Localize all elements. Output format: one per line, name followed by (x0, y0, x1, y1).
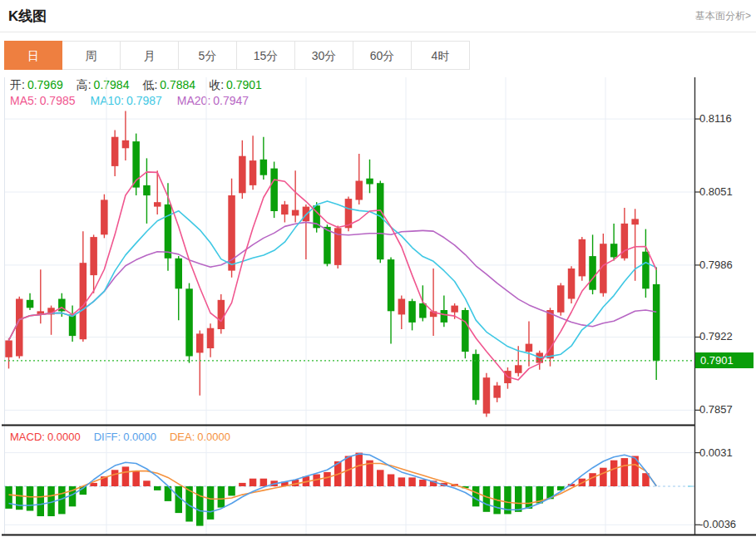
macd-bar (472, 486, 480, 506)
candle-body (90, 237, 97, 275)
candle-body (483, 377, 491, 413)
kline-chart-canvas[interactable] (0, 75, 756, 537)
candle-body (292, 210, 299, 216)
candle-body (80, 263, 87, 339)
macd-bar (207, 486, 214, 520)
candle-body (419, 303, 426, 318)
macd-axis-label: -0.0036 (699, 518, 736, 531)
candle-body (515, 365, 522, 373)
price-axis-label: 0.7986 (699, 259, 733, 272)
candle-body (653, 284, 660, 361)
interval-tab-60min[interactable]: 60分 (353, 41, 412, 70)
macd-bar (377, 470, 384, 486)
macd-bar (324, 472, 331, 486)
candle-body (175, 259, 183, 289)
macd-bar (218, 486, 225, 508)
macd-bar (419, 480, 426, 486)
candle-body (408, 301, 416, 323)
macd-bar (408, 477, 416, 486)
macd-bar (27, 486, 34, 511)
fundamental-analysis-link[interactable]: 基本面分析> (695, 9, 751, 23)
macd-bar (356, 453, 363, 486)
candle-body (207, 328, 214, 348)
candle-body (260, 160, 268, 175)
kline-page: K线图 基本面分析> 日周月5分15分30分60分4时 开:0.7969高:0.… (0, 0, 756, 537)
macd-bar (600, 468, 607, 486)
interval-tab-4hour[interactable]: 4时 (412, 41, 470, 70)
candle-body (557, 285, 565, 313)
candle-body (16, 299, 23, 357)
candle-body (5, 341, 12, 357)
interval-tab-5min[interactable]: 5分 (179, 41, 237, 70)
current-price-label: 0.7901 (695, 352, 754, 368)
interval-tab-15min[interactable]: 15分 (237, 41, 295, 70)
macd-bar (37, 486, 45, 516)
interval-tab-week[interactable]: 周 (62, 41, 121, 70)
candle-body (27, 300, 34, 308)
macd-bar (111, 470, 119, 486)
macd-bar (260, 479, 268, 486)
candle-body (185, 288, 193, 356)
macd-axis-label: 0.0031 (699, 446, 733, 460)
candle-body (493, 386, 501, 398)
candle-body (143, 185, 151, 195)
price-axis-label: 0.7922 (699, 330, 733, 343)
candle-body (526, 344, 533, 352)
candle-body (196, 333, 204, 352)
macd-bar (515, 486, 522, 512)
candle-body (642, 252, 650, 289)
candle-body (111, 137, 119, 166)
candle-body (165, 204, 172, 259)
candle-body (324, 227, 331, 264)
candle-body (239, 156, 246, 194)
price-axis-label: 0.8116 (699, 112, 732, 126)
macd-bar (483, 486, 491, 512)
candle-body (377, 183, 384, 259)
candle-body (579, 239, 586, 277)
candle-body (631, 219, 639, 224)
macd-bar (154, 486, 161, 490)
macd-bar (398, 477, 406, 486)
macd-bar (16, 486, 23, 510)
candle-body (69, 314, 77, 336)
macd-histogram (5, 453, 649, 526)
candle-body (281, 204, 289, 214)
axis-ticks (688, 119, 700, 525)
price-axis-label: 0.8051 (699, 185, 733, 199)
candle-body (270, 169, 278, 211)
page-title: K线图 (8, 7, 47, 26)
macd-bar (621, 458, 629, 486)
macd-bar (239, 483, 246, 486)
macd-bar (196, 486, 204, 526)
candle-body (568, 268, 576, 299)
candle-body (451, 306, 458, 313)
macd-bar (132, 471, 140, 486)
macd-bar (143, 480, 151, 486)
candle-body (398, 299, 406, 315)
candles-layer (5, 111, 660, 417)
candle-body (441, 310, 448, 323)
macd-bar (228, 486, 235, 495)
candle-body (610, 244, 618, 257)
macd-bar (589, 473, 596, 486)
macd-bar (5, 486, 12, 509)
interval-tab-30min[interactable]: 30分 (295, 41, 353, 70)
header-divider (0, 32, 756, 32)
candle-body (356, 181, 363, 200)
interval-tab-day[interactable]: 日 (4, 41, 62, 70)
macd-bar (250, 479, 257, 486)
macd-bar (526, 486, 533, 509)
ma20-line (9, 222, 657, 340)
candle-body (154, 202, 161, 206)
candle-body (589, 256, 596, 290)
candle-body (101, 200, 108, 234)
macd-bar (610, 461, 618, 486)
candle-body (250, 160, 257, 185)
interval-tab-month[interactable]: 月 (121, 41, 179, 70)
interval-tabs: 日周月5分15分30分60分4时 (4, 41, 470, 70)
candle-body (366, 179, 373, 185)
macd-bar (388, 475, 395, 487)
price-axis-label: 0.7857 (699, 403, 733, 416)
candle-body (122, 140, 130, 149)
candle-body (462, 310, 469, 352)
